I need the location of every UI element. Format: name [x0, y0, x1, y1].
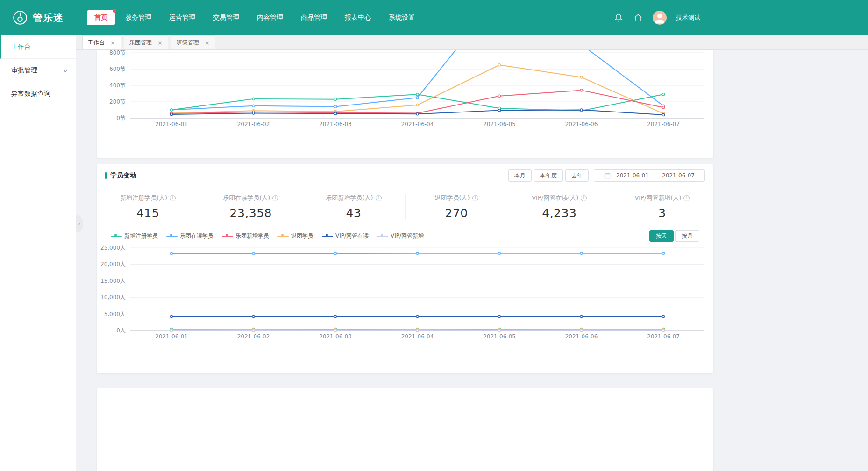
stat-value: 4,233	[542, 206, 576, 220]
svg-text:25,000人: 25,000人	[100, 245, 126, 251]
by-day-button[interactable]: 按天	[649, 230, 674, 242]
legend-label: VIP/网管新增	[391, 232, 424, 240]
sidebar-item-approvals[interactable]: 审批管理 ∨	[0, 59, 76, 82]
username[interactable]: 技术测试	[676, 14, 700, 22]
close-icon[interactable]: ×	[205, 39, 210, 46]
by-month-button[interactable]: 按月	[675, 230, 699, 242]
legend-item[interactable]: VIP/网管在读	[322, 232, 369, 240]
svg-text:2021-06-07: 2021-06-07	[647, 333, 680, 340]
nav-item-home[interactable]: 首页	[87, 10, 115, 25]
stat-label: VIP/网管在读(人)	[532, 194, 578, 202]
legend-label: 乐团新增学员	[235, 232, 269, 240]
legend-item[interactable]: VIP/网管新增	[377, 232, 424, 240]
legend-label: 退团学员	[291, 232, 313, 240]
date-start: 2021-06-01	[616, 172, 649, 179]
svg-text:2021-06-03: 2021-06-03	[319, 333, 352, 340]
home-icon[interactable]	[633, 13, 643, 23]
notification-dot	[113, 9, 116, 13]
legend-label: 新增注册学员	[124, 232, 158, 240]
legend-item[interactable]: 新增注册学员	[111, 232, 158, 240]
range-this-month-button[interactable]: 本月	[508, 169, 532, 182]
nav-item-product-mgmt[interactable]: 商品管理	[293, 10, 334, 25]
range-this-year-button[interactable]: 本年度	[534, 169, 563, 182]
svg-text:2021-06-06: 2021-06-06	[565, 121, 598, 127]
svg-text:2021-06-03: 2021-06-03	[319, 121, 352, 127]
info-icon[interactable]: i	[472, 195, 478, 201]
stat-label: 乐团新增学员(人)	[326, 194, 373, 202]
svg-text:800节: 800节	[109, 50, 126, 56]
legend-marker-icon	[222, 234, 233, 238]
partial-card	[97, 388, 713, 471]
chart-legend: 新增注册学员乐团在读学员乐团新增学员退团学员VIP/网管在读VIP/网管新增	[111, 232, 649, 240]
svg-text:2021-06-05: 2021-06-05	[483, 121, 516, 127]
tab-class-mgmt[interactable]: 班级管理 ×	[171, 35, 215, 49]
nav-item-report-center[interactable]: 报表中心	[337, 10, 378, 25]
stat-label: 乐团在读学员(人)	[223, 194, 270, 202]
svg-text:2021-06-04: 2021-06-04	[401, 333, 434, 340]
collapse-arrow-icon: ‹	[78, 220, 80, 227]
svg-text:2021-06-02: 2021-06-02	[237, 121, 270, 127]
bell-icon[interactable]	[613, 13, 624, 23]
chevron-down-icon: ∨	[63, 68, 68, 74]
student-change-line-chart: 25,000人20,000人15,000人10,000人5,000人0人2021…	[97, 242, 713, 349]
stat-orchestra-new: 乐团新增学员(人)i 43	[302, 194, 405, 220]
sidebar-item-abnormal-data-label: 异常数据查询	[11, 90, 50, 98]
student-change-card: 学员变动 本月 本年度 去年 2021-06-01 - 2021-06-07	[97, 164, 713, 373]
svg-text:200节: 200节	[109, 98, 126, 105]
nav-item-content-mgmt[interactable]: 内容管理	[249, 10, 291, 25]
stat-label: VIP/网管新增(人)	[634, 194, 681, 202]
svg-text:0人: 0人	[116, 327, 126, 334]
tab-orchestra-mgmt-label: 乐团管理	[129, 39, 152, 47]
stat-value: 43	[346, 206, 362, 220]
tab-bar: 工作台 × 乐团管理 × 班级管理 ×	[76, 35, 868, 50]
sidebar-item-workbench[interactable]: 工作台	[0, 35, 76, 59]
stat-value: 23,358	[230, 206, 272, 220]
range-last-year-button[interactable]: 去年	[565, 169, 589, 182]
svg-text:2021-06-01: 2021-06-01	[155, 121, 188, 127]
nav-item-academic-mgmt[interactable]: 教务管理	[118, 10, 159, 25]
stat-withdrawn: 退团学员(人)i 270	[406, 194, 508, 220]
svg-text:15,000人: 15,000人	[100, 278, 126, 284]
svg-text:2021-06-02: 2021-06-02	[237, 333, 270, 340]
legend-marker-icon	[277, 234, 289, 238]
info-icon[interactable]: i	[683, 195, 690, 201]
stat-value: 270	[445, 206, 468, 220]
brand: 管乐迷	[12, 10, 64, 26]
legend-label: VIP/网管在读	[335, 232, 369, 240]
legend-marker-icon	[322, 234, 333, 238]
info-icon[interactable]: i	[581, 195, 587, 201]
main-content: 工作台 × 乐团管理 × 班级管理 × 800节600节400节200节0节20…	[76, 35, 868, 471]
info-icon[interactable]: i	[376, 195, 382, 201]
stat-orchestra-enrolled: 乐团在读学员(人)i 23,358	[199, 194, 302, 220]
date-range-picker[interactable]: 2021-06-01 - 2021-06-07	[594, 169, 705, 182]
granularity-toggle: 按天 按月	[649, 230, 699, 242]
stat-vip-enrolled: VIP/网管在读(人)i 4,233	[508, 194, 611, 220]
close-icon[interactable]: ×	[110, 39, 115, 46]
legend-item[interactable]: 退团学员	[277, 232, 313, 240]
svg-text:2021-06-05: 2021-06-05	[483, 333, 516, 340]
header-right: 技术测试	[613, 11, 700, 25]
nav-item-trade-mgmt[interactable]: 交易管理	[206, 10, 247, 25]
tab-workbench[interactable]: 工作台 ×	[82, 35, 121, 49]
date-separator: -	[655, 172, 656, 179]
scroll-area[interactable]: 800节600节400节200节0节2021-06-012021-06-0220…	[76, 50, 868, 471]
sidebar-item-abnormal-data[interactable]: 异常数据查询	[0, 82, 76, 105]
legend-label: 乐团在读学员	[180, 232, 213, 240]
legend-item[interactable]: 乐团新增学员	[222, 232, 269, 240]
legend-marker-icon	[166, 234, 178, 238]
close-icon[interactable]: ×	[157, 39, 163, 46]
nav-item-system-settings[interactable]: 系统设置	[381, 10, 422, 25]
legend-item[interactable]: 乐团在读学员	[166, 232, 213, 240]
date-end: 2021-06-07	[662, 172, 695, 179]
svg-text:10,000人: 10,000人	[100, 294, 126, 301]
info-icon[interactable]: i	[272, 195, 278, 201]
svg-text:0节: 0节	[116, 115, 126, 121]
tab-orchestra-mgmt[interactable]: 乐团管理 ×	[124, 35, 168, 49]
svg-text:20,000人: 20,000人	[100, 261, 126, 267]
app-header: 管乐迷 首页 教务管理 运营管理 交易管理 内容管理 商品管理 报表中心 系统设…	[0, 0, 868, 35]
nav-item-operation-mgmt[interactable]: 运营管理	[162, 10, 203, 25]
avatar[interactable]	[653, 11, 667, 25]
info-icon[interactable]: i	[170, 195, 176, 201]
student-stats-row: 新增注册学员(人)i 415 乐团在读学员(人)i 23,358 乐团新增学员(…	[97, 187, 713, 226]
svg-text:2021-06-01: 2021-06-01	[155, 333, 188, 340]
